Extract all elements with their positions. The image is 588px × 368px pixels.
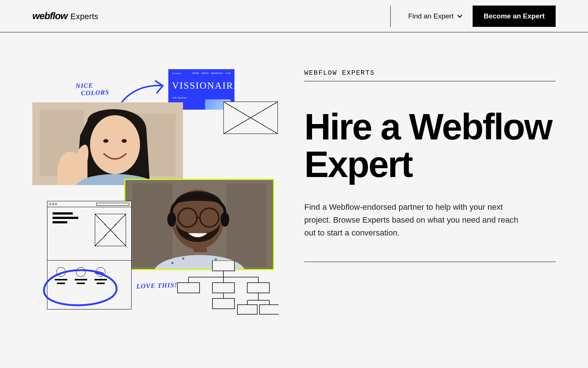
wireframe-placeholder-box [223,102,278,134]
chevron-down-icon [457,14,462,19]
wireframe-browser-mockup [47,201,132,309]
hero-title: Hire a Webflow Expert [304,108,556,183]
nav-divider [390,6,391,27]
svg-point-19 [215,258,217,261]
svg-rect-29 [247,283,269,293]
svg-rect-27 [178,283,200,293]
expert-photo-1 [32,102,183,185]
primary-nav: Find an Expert Become an Expert [390,6,556,27]
find-expert-label: Find an Expert [408,12,454,20]
hero-body: Find a Webflow-endorsed partner to help … [304,201,525,240]
svg-point-6 [122,139,127,143]
eyebrow-wrap: WEBFLOW EXPERTS [304,69,556,81]
logo-wordmark: webflow [32,10,68,22]
svg-rect-9 [133,183,172,267]
hero-copy: WEBFLOW EXPERTS Hire a Webflow Expert Fi… [304,69,556,334]
svg-point-15 [167,212,176,227]
site-header: webflow Experts Find an Expert Become an… [0,0,588,32]
logo[interactable]: webflow Experts [32,10,98,22]
svg-rect-31 [212,298,234,309]
become-expert-label: Become an Expert [484,12,545,20]
logo-subtext: Experts [71,12,98,21]
svg-rect-36 [237,305,257,314]
hero-section: NICE COLORS VVVVV HOMEABOUTPORTFOLIOCASE… [0,32,588,334]
svg-point-16 [220,212,229,227]
svg-point-5 [103,139,108,143]
flowchart-diagram [172,261,279,323]
sample-site-title: VISSIONAIRE [172,80,231,91]
svg-rect-28 [212,283,234,293]
hero-eyebrow: WEBFLOW EXPERTS [304,69,556,77]
svg-point-4 [90,115,140,174]
expert-photo-2 [124,179,274,270]
become-expert-button[interactable]: Become an Expert [473,6,556,27]
handwritten-note-love-this: LOVE THIS! [136,281,178,290]
svg-point-18 [182,258,184,260]
handwritten-note-nice-colors: NICE COLORS [75,81,109,97]
svg-rect-37 [259,305,279,314]
svg-rect-21 [212,261,234,271]
svg-rect-10 [227,183,266,267]
section-divider [304,262,556,262]
find-expert-dropdown[interactable]: Find an Expert [408,12,463,20]
hero-collage: NICE COLORS VVVVV HOMEABOUTPORTFOLIOCASE… [32,69,275,334]
